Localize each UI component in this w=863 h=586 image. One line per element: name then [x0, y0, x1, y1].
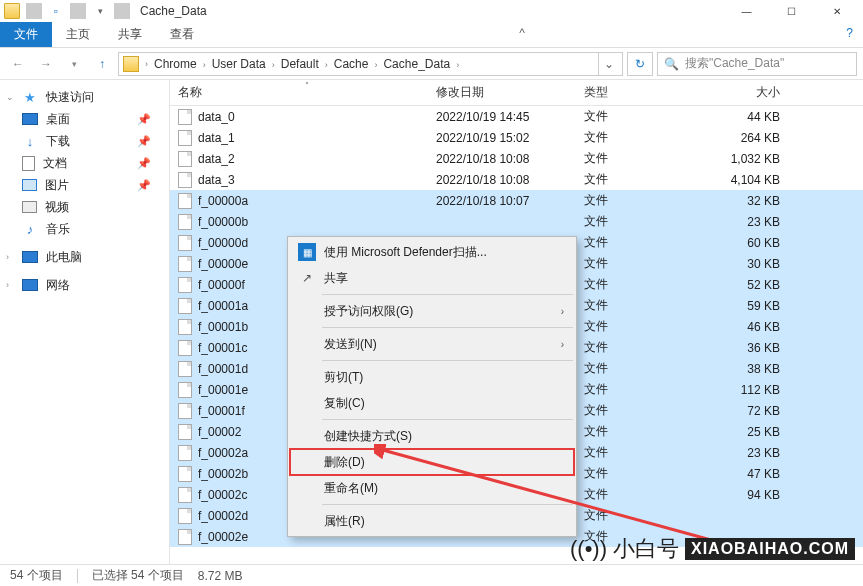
tab-share[interactable]: 共享 [104, 22, 156, 47]
chevron-right-icon[interactable]: › [270, 60, 277, 70]
file-date: 2022/10/19 15:02 [436, 131, 584, 145]
title-bar: ▫ ▾ Cache_Data ― ☐ ✕ [0, 0, 863, 22]
breadcrumb-drop[interactable]: ⌄ [598, 53, 618, 75]
broadcast-icon: ((•)) [570, 536, 607, 562]
file-type: 文件 [584, 507, 704, 524]
breadcrumb-segment[interactable]: Chrome [150, 57, 201, 71]
file-size: 1,032 KB [704, 152, 794, 166]
menu-defender[interactable]: ▦使用 Microsoft Defender扫描... [290, 239, 574, 265]
desktop-icon [22, 113, 38, 125]
qat-save-icon[interactable]: ▫ [48, 3, 64, 19]
sidebar-item-videos[interactable]: 视频 [0, 196, 169, 218]
qat-drop-icon[interactable]: ▾ [92, 3, 108, 19]
menu-properties[interactable]: 属性(R) [290, 508, 574, 534]
sort-asc-icon: ˄ [305, 81, 309, 90]
file-type: 文件 [584, 360, 704, 377]
nav-recent-drop[interactable]: ▾ [62, 52, 86, 76]
file-icon [178, 403, 192, 419]
table-row[interactable]: data_02022/10/19 14:45文件44 KB [170, 106, 863, 127]
ribbon-toggle-icon[interactable]: ^ [509, 22, 535, 47]
file-size: 4,104 KB [704, 173, 794, 187]
file-icon [178, 130, 192, 146]
sidebar-this-pc[interactable]: ›此电脑 [0, 246, 169, 268]
refresh-button[interactable]: ↻ [627, 52, 653, 76]
file-date: 2022/10/18 10:08 [436, 152, 584, 166]
folder-icon [4, 3, 20, 19]
file-icon [178, 193, 192, 209]
table-row[interactable]: f_00000a2022/10/18 10:07文件32 KB [170, 190, 863, 211]
menu-separator [322, 504, 573, 505]
pin-icon: 📌 [137, 113, 151, 126]
table-row[interactable]: data_22022/10/18 10:08文件1,032 KB [170, 148, 863, 169]
ribbon-help-icon[interactable]: ? [836, 22, 863, 47]
pin-icon: 📌 [137, 179, 151, 192]
file-type: 文件 [584, 318, 704, 335]
menu-send-to[interactable]: 发送到(N)› [290, 331, 574, 357]
file-icon [178, 361, 192, 377]
file-date: 2022/10/18 10:08 [436, 173, 584, 187]
menu-copy[interactable]: 复制(C) [290, 390, 574, 416]
table-row[interactable]: data_32022/10/18 10:08文件4,104 KB [170, 169, 863, 190]
menu-delete[interactable]: 删除(D) [290, 449, 574, 475]
chevron-right-icon[interactable]: › [323, 60, 330, 70]
tab-view[interactable]: 查看 [156, 22, 208, 47]
file-date: 2022/10/19 14:45 [436, 110, 584, 124]
file-size: 36 KB [704, 341, 794, 355]
file-size: 52 KB [704, 278, 794, 292]
menu-separator [322, 360, 573, 361]
breadcrumb-segment[interactable]: User Data [208, 57, 270, 71]
column-name[interactable]: 名称˄ [178, 84, 436, 101]
table-row[interactable]: f_00000b文件23 KB [170, 211, 863, 232]
file-icon [178, 319, 192, 335]
file-type: 文件 [584, 297, 704, 314]
sidebar-item-pictures[interactable]: 图片📌 [0, 174, 169, 196]
column-type[interactable]: 类型 [584, 84, 704, 101]
menu-share[interactable]: ↗共享 [290, 265, 574, 291]
nav-forward-button[interactable]: → [34, 52, 58, 76]
chevron-right-icon[interactable]: › [201, 60, 208, 70]
column-size[interactable]: 大小 [704, 84, 794, 101]
file-type: 文件 [584, 423, 704, 440]
menu-separator [322, 294, 573, 295]
sidebar-network[interactable]: ›网络 [0, 274, 169, 296]
menu-shortcut[interactable]: 创建快捷方式(S) [290, 423, 574, 449]
file-type: 文件 [584, 402, 704, 419]
window-title: Cache_Data [140, 4, 207, 18]
nav-back-button[interactable]: ← [6, 52, 30, 76]
menu-separator [322, 327, 573, 328]
star-icon: ★ [22, 89, 38, 105]
tab-home[interactable]: 主页 [52, 22, 104, 47]
menu-rename[interactable]: 重命名(M) [290, 475, 574, 501]
file-name: f_00001a [198, 299, 248, 313]
minimize-button[interactable]: ― [724, 0, 769, 22]
menu-cut[interactable]: 剪切(T) [290, 364, 574, 390]
sidebar-item-music[interactable]: ♪音乐 [0, 218, 169, 240]
breadcrumb-segment[interactable]: Default [277, 57, 323, 71]
file-icon [178, 151, 192, 167]
file-size: 59 KB [704, 299, 794, 313]
file-icon [178, 256, 192, 272]
table-row[interactable]: data_12022/10/19 15:02文件264 KB [170, 127, 863, 148]
breadcrumb-segment[interactable]: Cache_Data [379, 57, 454, 71]
tab-file[interactable]: 文件 [0, 22, 52, 47]
nav-up-button[interactable]: ↑ [90, 52, 114, 76]
file-size: 112 KB [704, 383, 794, 397]
chevron-right-icon[interactable]: › [454, 60, 461, 70]
column-date[interactable]: 修改日期 [436, 84, 584, 101]
sidebar-item-downloads[interactable]: ↓下载📌 [0, 130, 169, 152]
file-icon [178, 172, 192, 188]
file-type: 文件 [584, 192, 704, 209]
sidebar-quick-access[interactable]: ⌄ ★ 快速访问 [0, 86, 169, 108]
maximize-button[interactable]: ☐ [769, 0, 814, 22]
sidebar-item-desktop[interactable]: 桌面📌 [0, 108, 169, 130]
breadcrumb[interactable]: › Chrome›User Data›Default›Cache›Cache_D… [118, 52, 623, 76]
menu-grant-access[interactable]: 授予访问权限(G)› [290, 298, 574, 324]
breadcrumb-segment[interactable]: Cache [330, 57, 373, 71]
file-name: f_00001d [198, 362, 248, 376]
file-icon [178, 382, 192, 398]
close-button[interactable]: ✕ [814, 0, 859, 22]
chevron-right-icon[interactable]: › [143, 59, 150, 69]
file-name: data_2 [198, 152, 235, 166]
search-input[interactable]: 🔍 搜索"Cache_Data" [657, 52, 857, 76]
sidebar-item-documents[interactable]: 文档📌 [0, 152, 169, 174]
